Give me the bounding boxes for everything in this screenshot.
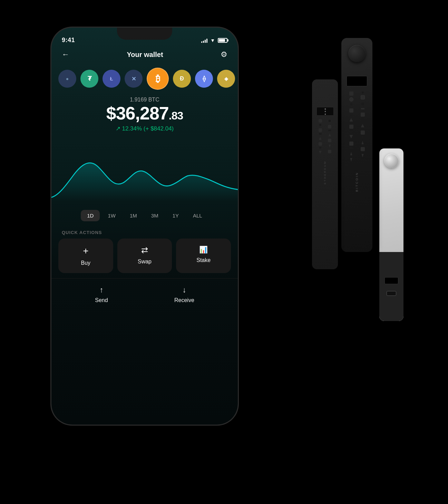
send-label: Send bbox=[95, 297, 108, 303]
coin-item-btc[interactable]: ₿ bbox=[147, 68, 169, 90]
swap-label: Swap bbox=[138, 259, 152, 265]
receive-icon: ↓ bbox=[182, 285, 186, 294]
time-filter-1w[interactable]: 1W bbox=[101, 210, 122, 221]
signal-bar-2 bbox=[203, 41, 204, 43]
phone-screen: 9:41 ▼ ← You bbox=[51, 28, 238, 425]
send-icon: ↑ bbox=[99, 285, 103, 294]
phone: 9:41 ▼ ← You bbox=[51, 28, 238, 425]
usd-balance: $36,287.83 bbox=[58, 104, 231, 122]
receive-label: Receive bbox=[174, 297, 194, 303]
nano-x-screen bbox=[347, 76, 367, 86]
stake-button[interactable]: 📊 Stake bbox=[176, 239, 231, 273]
nano-x2-screen: ⊕ ⊗ ⊞ bbox=[316, 107, 334, 116]
battery-tip bbox=[227, 39, 228, 41]
nano-s-usb-port bbox=[387, 291, 396, 296]
buy-icon: + bbox=[83, 245, 88, 256]
signal-bar-1 bbox=[201, 41, 202, 43]
usd-cents: .83 bbox=[169, 109, 183, 122]
send-button[interactable]: ↑ Send bbox=[95, 285, 108, 303]
nano-x-label: Bitcoin bbox=[355, 172, 359, 192]
coin-item-bnb[interactable]: ◈ bbox=[217, 70, 235, 88]
stake-icon: 📊 bbox=[199, 245, 208, 254]
coin-item-doge[interactable]: Ð bbox=[173, 70, 191, 88]
nano-s-screen bbox=[384, 277, 398, 284]
quick-actions-label: QUICK ACTIONS bbox=[51, 225, 238, 239]
header: ← Your wallet ⚙ bbox=[51, 47, 238, 62]
coin-item-ltc[interactable]: Ł bbox=[103, 70, 120, 88]
buy-button[interactable]: + Buy bbox=[58, 239, 113, 273]
nano-x2-device: ⊕ ⊗ ⊞ Ethereum bbox=[312, 79, 338, 269]
signal-bars-icon bbox=[201, 38, 207, 43]
buy-label: Buy bbox=[81, 260, 91, 266]
wifi-icon: ▼ bbox=[210, 38, 215, 43]
crypto-amount: 1.9169 BTC bbox=[58, 97, 231, 103]
chart-svg bbox=[51, 143, 238, 201]
stake-label: Stake bbox=[196, 257, 211, 263]
nano-x2-screen-text: ⊕ ⊗ ⊞ bbox=[324, 108, 326, 115]
nano-x-button[interactable] bbox=[348, 45, 366, 62]
coin-item-eth[interactable]: ⟠ bbox=[195, 70, 213, 88]
balance-change: ↗ 12.34% (+ $842.04) bbox=[58, 125, 231, 132]
time-filters: 1D 1W 1M 3M 1Y ALL bbox=[51, 206, 238, 225]
coin-item-other[interactable]: ● bbox=[58, 70, 76, 88]
status-icons: ▼ bbox=[201, 38, 227, 43]
time-filter-3m[interactable]: 3M bbox=[145, 210, 165, 221]
scene: 9:41 ▼ ← You bbox=[34, 10, 414, 494]
swap-icon: ⇄ bbox=[141, 245, 148, 255]
page-title: Your wallet bbox=[127, 51, 163, 59]
nano-s-device bbox=[379, 148, 403, 321]
back-button[interactable]: ← bbox=[62, 50, 69, 59]
nano-s-button[interactable] bbox=[384, 154, 399, 168]
balance-section: 1.9169 BTC $36,287.83 ↗ 12.34% (+ $842.0… bbox=[51, 95, 238, 137]
receive-button[interactable]: ↓ Receive bbox=[174, 285, 194, 303]
coin-item-xrp[interactable]: ✕ bbox=[125, 70, 143, 88]
status-time: 9:41 bbox=[62, 37, 75, 44]
time-filter-1d[interactable]: 1D bbox=[81, 210, 100, 221]
coin-item-tether[interactable]: ₮ bbox=[80, 70, 98, 88]
signal-bar-4 bbox=[206, 39, 207, 43]
bottom-bar: ↑ Send ↓ Receive bbox=[51, 278, 238, 314]
usd-whole: $36,287 bbox=[106, 103, 169, 123]
signal-bar-3 bbox=[205, 40, 206, 43]
battery-icon bbox=[218, 38, 227, 43]
price-chart bbox=[51, 137, 238, 206]
coin-selector: ● ₮ Ł ✕ ₿ Ð ⟠ ◈ A bbox=[51, 62, 238, 95]
nano-x-device: Bitcoin bbox=[341, 38, 372, 252]
swap-button[interactable]: ⇄ Swap bbox=[117, 239, 172, 273]
phone-notch bbox=[117, 28, 172, 40]
battery-fill bbox=[219, 39, 225, 42]
time-filter-1m[interactable]: 1M bbox=[124, 210, 143, 221]
nano-x2-label: Ethereum bbox=[323, 161, 327, 184]
time-filter-all[interactable]: ALL bbox=[187, 210, 208, 221]
time-filter-1y[interactable]: 1Y bbox=[166, 210, 185, 221]
settings-icon[interactable]: ⚙ bbox=[221, 50, 227, 59]
quick-actions-grid: + Buy ⇄ Swap 📊 Stake bbox=[51, 239, 238, 273]
nano-s-body bbox=[379, 252, 403, 321]
